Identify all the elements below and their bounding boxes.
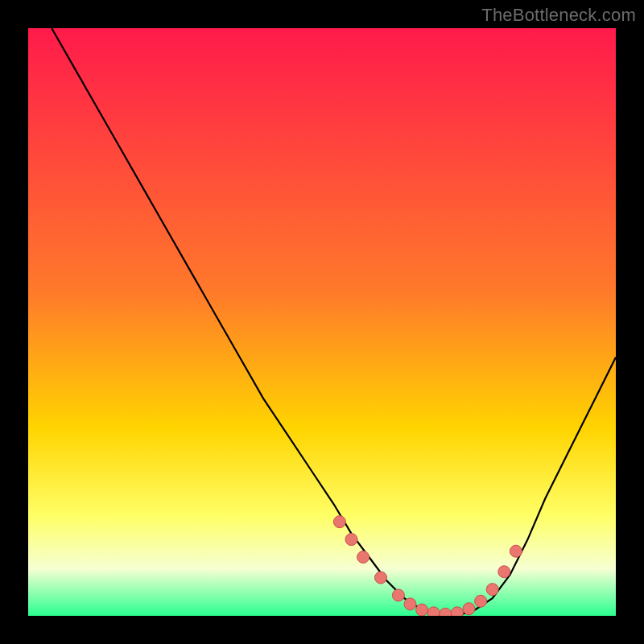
highlight-dot xyxy=(463,603,475,615)
gradient-rect xyxy=(28,28,616,616)
highlight-dot xyxy=(486,584,498,596)
highlight-dot xyxy=(392,589,404,601)
highlight-dot xyxy=(345,534,357,546)
highlight-dot xyxy=(498,566,510,578)
highlight-dot xyxy=(427,607,440,616)
highlight-dot xyxy=(451,607,463,616)
highlight-dot xyxy=(475,595,487,607)
highlight-dot xyxy=(357,551,369,564)
highlight-dot xyxy=(375,572,387,584)
highlight-dot xyxy=(510,545,522,557)
highlight-dot xyxy=(333,516,345,528)
highlight-dot xyxy=(416,604,428,616)
chart-svg xyxy=(28,28,616,616)
chart-frame: TheBottleneck.com xyxy=(0,0,644,644)
plot-area xyxy=(28,28,616,616)
watermark-text: TheBottleneck.com xyxy=(481,5,636,26)
highlight-dot xyxy=(404,598,416,610)
